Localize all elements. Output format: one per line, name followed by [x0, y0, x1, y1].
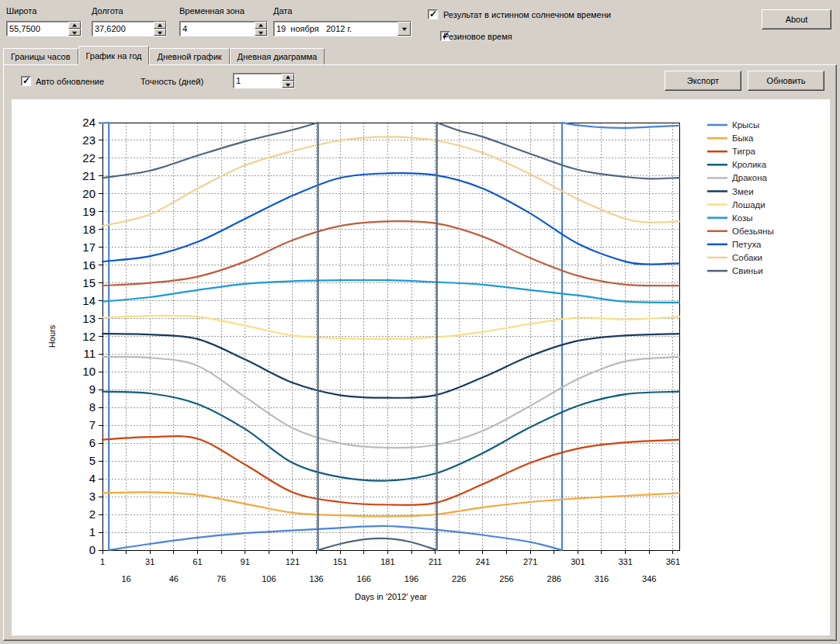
legend-label: Петуха: [732, 240, 762, 249]
series-line-Козы: [102, 280, 679, 303]
tab-day-diagram[interactable]: Дневная диаграмма: [230, 48, 325, 64]
arrow-up-icon: [286, 75, 290, 78]
export-button[interactable]: Экспорт: [665, 71, 741, 91]
legend-label: Обезьяны: [732, 227, 774, 236]
precision-input[interactable]: 1: [233, 73, 295, 88]
x-tick-label: 151: [333, 557, 347, 566]
tab-day-chart[interactable]: Дневной график: [149, 48, 229, 64]
year-chart-tab-page: Авто обновление Точность (дней) 1 Экспор…: [3, 64, 837, 641]
y-tick-label: 10: [82, 365, 95, 378]
timezone-value: 4: [180, 24, 255, 33]
chart-panel: 0123456789101112131415161718192021222324…: [12, 99, 830, 635]
precision-label: Точность (дней): [141, 77, 203, 86]
series-line-Крысы: [102, 123, 679, 550]
legend-label: Собаки: [732, 253, 762, 262]
y-tick-label: 17: [82, 241, 95, 254]
timezone-spin-down-button[interactable]: [255, 29, 267, 36]
legend-label: Кролика: [732, 160, 767, 169]
latitude-spin-up-button[interactable]: [68, 22, 81, 29]
x-tick-label: 46: [169, 574, 179, 583]
arrow-up-icon: [259, 23, 263, 26]
series-line-Свиньи: [102, 123, 679, 550]
x-tick-label: 61: [193, 557, 202, 566]
y-tick-label: 8: [89, 400, 95, 414]
latitude-value: 55,7500: [7, 24, 68, 33]
legend-label: Крысы: [732, 120, 759, 130]
x-tick-label: 241: [476, 557, 490, 566]
y-tick-label: 23: [82, 133, 95, 147]
true-solar-time-checkbox[interactable]: [428, 9, 438, 19]
arrow-down-icon: [72, 31, 77, 34]
x-axis-title: Days in '2012' year: [355, 592, 427, 601]
date-picker[interactable]: 19 ноября 2012 г.: [273, 21, 411, 36]
y-tick-label: 16: [82, 258, 95, 272]
date-label: Дата: [273, 6, 292, 16]
legend-label: Тигра: [732, 147, 756, 156]
x-tick-label: 226: [452, 574, 466, 583]
y-tick-label: 3: [89, 490, 95, 503]
series-line-Собаки: [102, 137, 679, 226]
series-line-Дракона: [102, 357, 679, 448]
longitude-spinner: [154, 22, 166, 36]
legend-label: Свиньи: [732, 266, 763, 275]
x-tick-label: 361: [666, 557, 680, 566]
latitude-input[interactable]: 55,7500: [6, 21, 82, 36]
longitude-input[interactable]: 37,6200: [92, 21, 167, 36]
about-button[interactable]: About: [762, 9, 831, 29]
y-tick-label: 12: [82, 330, 95, 343]
tab-strip: Границы часов График на год Дневной граф…: [3, 47, 325, 64]
x-tick-label: 196: [404, 574, 418, 583]
tab-year-chart[interactable]: График на год: [78, 46, 150, 64]
y-tick-label: 15: [82, 276, 95, 289]
latitude-spin-down-button[interactable]: [68, 29, 81, 36]
x-tick-label: 286: [547, 574, 561, 583]
y-tick-label: 9: [89, 383, 95, 396]
y-tick-label: 4: [89, 472, 95, 485]
legend-label: Змеи: [732, 187, 754, 196]
arrow-up-icon: [158, 23, 162, 26]
x-tick-label: 31: [145, 557, 154, 566]
year-chart: 0123456789101112131415161718192021222324…: [12, 99, 830, 635]
longitude-spin-down-button[interactable]: [154, 29, 166, 36]
x-tick-label: 16: [121, 574, 130, 583]
true-solar-time-label: Результат в истинном солнечном времени: [443, 10, 611, 19]
x-tick-label: 136: [309, 574, 323, 583]
legend-label: Дракона: [732, 173, 767, 182]
x-tick-label: 271: [523, 557, 537, 566]
precision-spin-up-button[interactable]: [282, 74, 294, 81]
y-tick-label: 20: [82, 187, 95, 200]
x-tick-label: 346: [642, 574, 656, 583]
x-tick-label: 106: [262, 574, 276, 583]
legend-label: Лошади: [732, 200, 765, 209]
x-tick-label: 1: [100, 557, 105, 566]
precision-spin-down-button[interactable]: [282, 81, 294, 88]
x-tick-label: 331: [618, 557, 632, 566]
date-dropdown-button[interactable]: [397, 22, 411, 36]
rubber-time-label: Резиновое время: [443, 32, 512, 41]
series-line-Обезьяны: [102, 221, 679, 286]
timezone-label: Временная зона: [179, 6, 245, 16]
x-tick-label: 181: [380, 557, 394, 566]
latitude-spinner: [68, 22, 81, 36]
y-tick-label: 11: [83, 347, 95, 360]
series-line-Лошади: [102, 316, 679, 339]
x-tick-label: 316: [595, 574, 609, 583]
arrow-down-icon: [286, 83, 290, 86]
plot-frame: [102, 123, 679, 550]
y-tick-label: 24: [82, 116, 95, 129]
timezone-spin-up-button[interactable]: [255, 22, 267, 29]
chevron-down-icon: [402, 28, 407, 31]
refresh-button[interactable]: Обновить: [748, 71, 824, 91]
series-line-Змеи: [102, 334, 679, 398]
timezone-input[interactable]: 4: [179, 21, 268, 36]
longitude-spin-up-button[interactable]: [154, 22, 166, 29]
x-tick-label: 211: [429, 557, 443, 566]
y-tick-label: 2: [89, 507, 95, 521]
tab-hour-borders[interactable]: Границы часов: [3, 48, 78, 64]
application-window: Широта Долгота Временная зона Дата 55,75…: [0, 0, 840, 644]
y-tick-label: 19: [82, 205, 95, 218]
x-tick-label: 301: [571, 557, 585, 566]
arrow-down-icon: [259, 31, 263, 34]
y-tick-label: 6: [89, 436, 95, 449]
auto-update-checkbox[interactable]: [21, 76, 31, 86]
